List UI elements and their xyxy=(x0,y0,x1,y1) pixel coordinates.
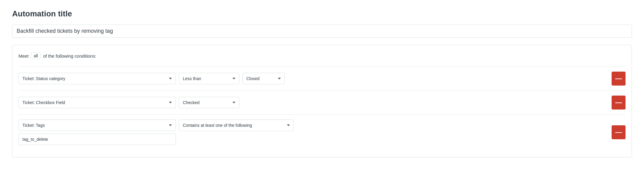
conditions-section: Meet all of the following conditions: Ti… xyxy=(12,45,632,157)
condition-1-operator-select[interactable]: Less than xyxy=(179,73,239,84)
condition-2-field-select[interactable]: Ticket: Checkbox Field xyxy=(18,97,176,108)
condition-1-field-select[interactable]: Ticket: Status category xyxy=(18,73,176,84)
remove-icon-1: — xyxy=(615,75,622,82)
condition-3-tag-input[interactable] xyxy=(18,133,176,145)
condition-3-field-select[interactable]: Ticket: Tags xyxy=(18,120,176,131)
conditions-header: Meet all of the following conditions: xyxy=(18,52,626,59)
condition-3-remove-button[interactable]: — xyxy=(612,125,626,139)
condition-1-remove-button[interactable]: — xyxy=(612,72,626,86)
all-badge[interactable]: all xyxy=(31,52,41,59)
remove-icon-3: — xyxy=(615,129,622,136)
condition-row-2: Ticket: Checkbox Field Checked — xyxy=(18,90,626,114)
condition-2-operator-select[interactable]: Checked xyxy=(179,97,239,108)
condition-row-3: Ticket: Tags Contains at least one of th… xyxy=(18,114,626,150)
condition-3-operator-select[interactable]: Contains at least one of the following xyxy=(179,120,294,131)
conditions-header-prefix: Meet xyxy=(18,53,28,59)
page-title: Automation title xyxy=(12,9,632,19)
conditions-header-suffix: of the following conditions: xyxy=(43,53,96,59)
condition-1-value-select[interactable]: Closed xyxy=(242,73,285,84)
automation-title-input[interactable] xyxy=(12,25,632,38)
condition-row-1: Ticket: Status category Less than Closed… xyxy=(18,66,626,90)
condition-2-remove-button[interactable]: — xyxy=(612,96,626,110)
remove-icon-2: — xyxy=(615,99,622,106)
